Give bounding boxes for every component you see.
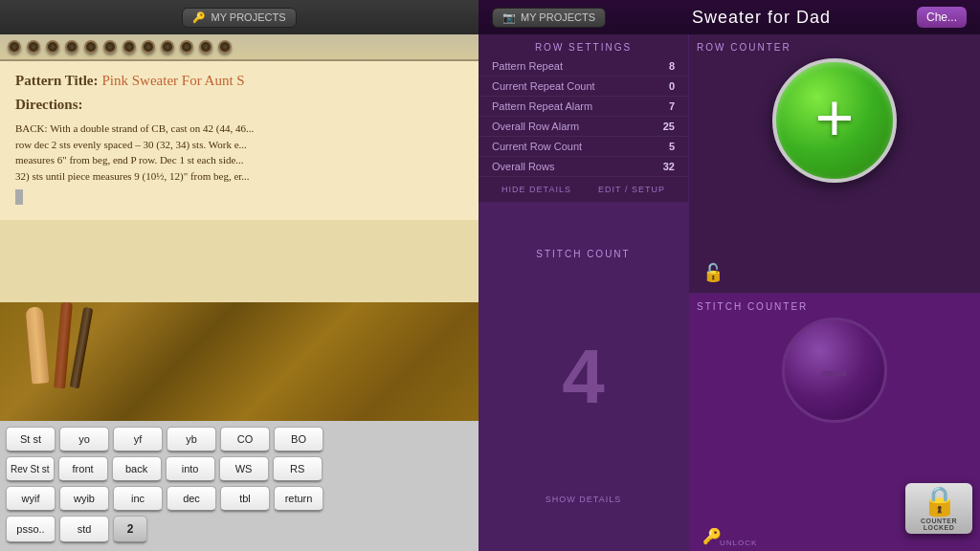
- key-yf[interactable]: yf: [113, 427, 163, 452]
- setting-value: 0: [669, 80, 675, 92]
- pattern-title-value: Pink Sweater For Aunt S: [102, 73, 245, 89]
- row-settings-section: ROW SETTINGS Pattern Repeat 8 Current Re…: [479, 34, 688, 202]
- plus-button[interactable]: +: [772, 58, 897, 183]
- unlock-button[interactable]: UNLOCK: [720, 539, 757, 547]
- setting-value: 32: [663, 161, 675, 172]
- spiral-hole: [84, 40, 98, 54]
- key-yo[interactable]: yo: [59, 427, 109, 452]
- right-left-column: ROW SETTINGS Pattern Repeat 8 Current Re…: [479, 34, 689, 551]
- notepad-content: Pattern Title: Pink Sweater For Aunt S D…: [0, 61, 479, 220]
- pattern-title-line: Pattern Title: Pink Sweater For Aunt S: [15, 73, 463, 89]
- row-counter-label: ROW COUNTER: [697, 42, 791, 53]
- key-icon: 🔑: [192, 11, 206, 24]
- key-dec[interactable]: dec: [167, 486, 216, 512]
- my-projects-button-right[interactable]: 📷 MY PROJECTS: [492, 8, 606, 28]
- key-psso[interactable]: psso..: [6, 516, 56, 543]
- stitch-counter-label: STITCH COUNTER: [697, 301, 808, 312]
- keyboard-row-1: St st yo yf yb CO BO: [4, 427, 475, 452]
- key-yb[interactable]: yb: [167, 427, 216, 452]
- keyboard-row-3: wyif wyib inc dec tbl return: [4, 486, 475, 512]
- spiral-hole: [180, 40, 193, 54]
- key-back[interactable]: back: [112, 456, 162, 482]
- key-co[interactable]: CO: [220, 427, 270, 452]
- key-inc[interactable]: inc: [113, 486, 163, 512]
- top-bar-left: 🔑 MY PROJECTS: [0, 0, 479, 34]
- setting-label: Overall Rows: [492, 161, 554, 172]
- key-rev-st-st[interactable]: Rev St st: [6, 456, 55, 482]
- stitch-counter-section: STITCH COUNTER – 🔒 COUNTER LOCKED 🔑 UNLO…: [689, 294, 980, 552]
- drumstick-left: [26, 306, 50, 384]
- lock-unlocked-icon: 🔓: [702, 262, 724, 283]
- lock-locked-icon: 🔒: [922, 487, 957, 516]
- hide-details-button[interactable]: HIDE DETAILS: [501, 185, 571, 194]
- key-wyif[interactable]: wyif: [6, 486, 56, 512]
- notepad: Pattern Title: Pink Sweater For Aunt S D…: [0, 34, 479, 302]
- lock-small-bottom-icon: 🔑: [702, 527, 722, 545]
- key-st-st[interactable]: St st: [6, 427, 56, 452]
- setting-current-repeat-count: Current Repeat Count 0: [479, 77, 688, 97]
- directions-text: BACK: With a double strand of CB, cast o…: [15, 121, 463, 184]
- right-right-column: ROW COUNTER + 🔓 STITCH COUNTER – 🔒 COUNT…: [689, 34, 980, 551]
- drumstick-right: [54, 302, 73, 389]
- my-projects-label-left: MY PROJECTS: [211, 11, 285, 23]
- show-details-button[interactable]: SHOW DETAILS: [546, 495, 621, 504]
- wood-area: [0, 302, 479, 421]
- key-tbl[interactable]: tbl: [220, 486, 270, 512]
- setting-pattern-repeat: Pattern Repeat 8: [479, 56, 688, 77]
- key-bo[interactable]: BO: [274, 427, 323, 452]
- lock-badge-label: COUNTER LOCKED: [909, 518, 969, 531]
- edit-setup-button[interactable]: EDIT / SETUP: [598, 185, 665, 194]
- setting-label: Overall Row Alarm: [492, 121, 579, 132]
- settings-table: Pattern Repeat 8 Current Repeat Count 0 …: [479, 56, 688, 177]
- spiral-hole: [103, 40, 117, 54]
- plus-icon: +: [815, 84, 855, 151]
- spiral-hole: [65, 40, 78, 54]
- setting-label: Pattern Repeat: [492, 60, 563, 72]
- settings-actions: HIDE DETAILS EDIT / SETUP: [479, 177, 688, 202]
- my-projects-label-right: MY PROJECTS: [521, 11, 595, 23]
- setting-pattern-repeat-alarm: Pattern Repeat Alarm 7: [479, 97, 688, 117]
- key-front[interactable]: front: [58, 456, 108, 482]
- setting-current-row-count: Current Row Count 5: [479, 137, 688, 157]
- setting-label: Current Row Count: [492, 141, 582, 152]
- stitch-count-label: STITCH COUNT: [536, 249, 630, 259]
- right-body: ROW SETTINGS Pattern Repeat 8 Current Re…: [479, 34, 980, 551]
- key-number-2[interactable]: 2: [113, 516, 147, 543]
- setting-overall-rows: Overall Rows 32: [479, 157, 688, 177]
- stitch-count-section: STITCH COUNT 4 SHOW DETAILS: [479, 202, 688, 551]
- minus-button-locked: –: [782, 318, 887, 423]
- key-into[interactable]: into: [166, 456, 215, 482]
- setting-label: Pattern Repeat Alarm: [492, 100, 592, 112]
- key-return[interactable]: return: [274, 486, 323, 512]
- spiral-hole: [218, 40, 232, 54]
- minus-icon: –: [821, 342, 848, 398]
- spiral-hole: [122, 40, 136, 54]
- key-std[interactable]: std: [59, 516, 109, 543]
- keyboard-row-2: Rev St st front back into WS RS: [4, 456, 475, 482]
- my-projects-button-left[interactable]: 🔑 MY PROJECTS: [182, 8, 296, 28]
- keyboard-row-4: psso.. std 2: [4, 516, 475, 543]
- setting-overall-row-alarm: Overall Row Alarm 25: [479, 117, 688, 137]
- directions-label: Directions:: [15, 97, 463, 113]
- camera-icon: 📷: [502, 11, 516, 24]
- notepad-spiral: [0, 34, 479, 61]
- drumstick-3: [70, 307, 94, 388]
- setting-value: 7: [669, 100, 675, 112]
- check-button[interactable]: Che...: [917, 7, 967, 28]
- stitch-count-value: 4: [562, 339, 605, 415]
- sweater-title: Sweater for Dad: [615, 8, 907, 28]
- key-wyib[interactable]: wyib: [59, 486, 109, 512]
- right-panel: 📷 MY PROJECTS Sweater for Dad Che... ROW…: [479, 0, 980, 551]
- spiral-hole: [8, 40, 21, 54]
- pattern-title-label: Pattern Title:: [15, 73, 99, 89]
- setting-label: Current Repeat Count: [492, 80, 595, 92]
- spiral-hole: [199, 40, 212, 54]
- row-settings-header: ROW SETTINGS: [479, 34, 688, 56]
- key-ws[interactable]: WS: [219, 456, 269, 482]
- spiral-hole: [142, 40, 155, 54]
- spiral-hole: [46, 40, 59, 54]
- setting-value: 8: [669, 60, 675, 72]
- key-rs[interactable]: RS: [273, 456, 323, 482]
- top-bar-right: 📷 MY PROJECTS Sweater for Dad Che...: [479, 0, 980, 34]
- setting-value: 5: [669, 141, 675, 152]
